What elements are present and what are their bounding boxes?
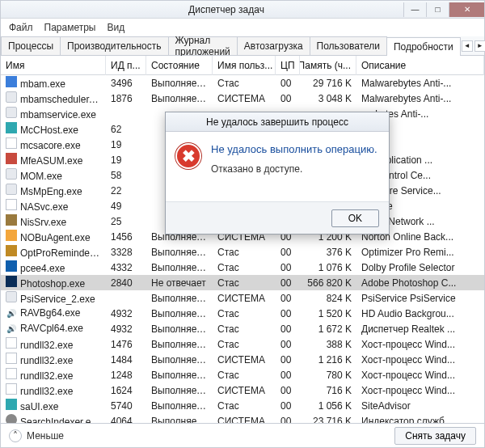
process-icon <box>6 414 17 423</box>
tab-processes[interactable]: Процессы <box>1 36 61 55</box>
process-name: NASvc.exe <box>20 201 68 213</box>
cell-user: Стас <box>213 262 276 273</box>
menu-file[interactable]: Файл <box>9 22 33 33</box>
cell-state: Выполняется <box>146 78 213 89</box>
error-dialog[interactable]: Не удалось завершить процесс ✖ Не удалос… <box>165 112 390 235</box>
cell-cpu: 00 <box>276 93 300 104</box>
cell-desc: Adobe Photoshop C... <box>356 277 484 289</box>
process-icon <box>6 291 17 302</box>
table-row[interactable]: OptProReminder.exe3328ВыполняетсяСтас003… <box>1 244 484 260</box>
table-row[interactable]: 🔊RAVBg64.exe4932ВыполняетсяСтас001 520 K… <box>1 306 484 321</box>
error-icon: ✖ <box>175 143 201 169</box>
cell-pid: 1476 <box>106 339 146 350</box>
cell-mem: 376 K <box>300 247 356 258</box>
cell-user: СИСТЕМА <box>213 416 276 424</box>
cell-mem: 780 K <box>300 370 356 381</box>
dialog-title[interactable]: Не удалось завершить процесс <box>166 112 389 132</box>
menu-options[interactable]: Параметры <box>44 22 96 33</box>
cell-mem: 824 K <box>300 293 356 304</box>
cell-mem: 23 716 K <box>300 416 356 424</box>
fewer-label: Меньше <box>27 430 64 442</box>
cell-desc: Dolby Profile Selector <box>356 262 484 273</box>
cell-cpu: 00 <box>276 78 300 89</box>
dialog-ok-button[interactable]: OK <box>331 209 379 227</box>
tab-scroll-right-icon[interactable]: ► <box>474 40 485 52</box>
cell-pid: 3496 <box>106 78 146 89</box>
cell-cpu: 00 <box>276 385 300 396</box>
table-row[interactable]: SearchIndexer.exe4064ВыполняетсяСИСТЕМА0… <box>1 413 484 423</box>
col-desc[interactable]: Описание <box>356 56 484 75</box>
cell-pid: 4932 <box>106 308 146 319</box>
tab-startup[interactable]: Автозагрузка <box>237 36 310 55</box>
chevron-up-icon: ˄ <box>9 429 22 442</box>
cell-state: Выполняется <box>146 93 213 104</box>
dialog-subtext: Отказано в доступе. <box>211 163 377 175</box>
end-task-button[interactable]: Снять задачу <box>394 427 476 445</box>
table-row[interactable]: rundll32.exe1624ВыполняетсяСИСТЕМА00716 … <box>1 382 484 398</box>
col-cpu[interactable]: ЦП <box>276 56 300 75</box>
cell-cpu: 00 <box>276 262 300 273</box>
cell-mem: 3 048 K <box>300 93 356 104</box>
cell-user: СИСТЕМА <box>213 93 276 104</box>
cell-desc: Индексатор служб... <box>356 416 484 424</box>
cell-desc: SiteAdvisor <box>356 400 484 412</box>
table-row[interactable]: Photoshop.exe2840Не отвечаетСтас00566 82… <box>1 275 484 290</box>
titlebar[interactable]: Диспетчер задач — □ ✕ <box>1 1 484 19</box>
process-icon <box>6 353 17 364</box>
process-name: rundll32.exe <box>20 355 73 366</box>
process-icon: 🔊 <box>6 308 17 319</box>
process-name: rundll32.exe <box>20 386 73 397</box>
cell-desc: Хост-процесс Wind... <box>356 385 484 396</box>
cell-state: Выполняется <box>146 308 213 319</box>
table-row[interactable]: 🔊RAVCpl64.exe4932ВыполняетсяСтас001 672 … <box>1 321 484 336</box>
cell-pid: 4332 <box>106 262 146 273</box>
process-icon <box>6 245 17 256</box>
table-row[interactable]: rundll32.exe1476ВыполняетсяСтас00388 KХо… <box>1 336 484 352</box>
process-name: MsMpEng.exe <box>20 186 82 197</box>
maximize-button[interactable]: □ <box>426 2 449 17</box>
tab-performance[interactable]: Производительность <box>60 36 168 55</box>
table-row[interactable]: mbam.exe3496ВыполняетсяСтас0029 716 KMal… <box>1 75 484 91</box>
table-row[interactable]: pcee4.exe4332ВыполняетсяСтас001 076 KDol… <box>1 260 484 275</box>
process-name: saUI.exe <box>20 401 58 412</box>
process-icon <box>6 260 17 272</box>
cell-state: Выполняется <box>146 416 213 424</box>
col-state[interactable]: Состояние <box>146 56 213 75</box>
table-row[interactable]: PsiService_2.exeВыполняетсяСИСТЕМА00824 … <box>1 290 484 306</box>
col-mem[interactable]: Память (ч... <box>300 56 356 75</box>
tab-history[interactable]: Журнал приложений <box>168 36 238 55</box>
process-icon <box>6 107 17 118</box>
cell-desc: Диспетчер Realtek ... <box>356 323 484 335</box>
tab-users[interactable]: Пользователи <box>310 36 387 55</box>
cell-user: Стас <box>213 370 276 381</box>
menu-view[interactable]: Вид <box>107 22 124 33</box>
col-pid[interactable]: ИД п... <box>106 56 146 75</box>
fewer-details-button[interactable]: ˄ Меньше <box>9 429 64 442</box>
process-name: McCHost.exe <box>20 125 78 136</box>
statusbar: ˄ Меньше Снять задачу <box>1 423 484 447</box>
process-name: rundll32.exe <box>20 370 73 382</box>
table-row[interactable]: saUI.exe5740ВыполняетсяСтас001 056 KSite… <box>1 398 484 413</box>
table-row[interactable]: rundll32.exe1484ВыполняетсяСИСТЕМА001 21… <box>1 352 484 367</box>
cell-pid: 1484 <box>106 354 146 366</box>
cell-cpu: 00 <box>276 293 300 304</box>
cell-desc: Malwarebytes Anti-... <box>356 93 484 104</box>
cell-desc: Хост-процесс Wind... <box>356 354 484 366</box>
col-user[interactable]: Имя польз... <box>213 56 276 75</box>
tab-details[interactable]: Подробности <box>386 37 461 56</box>
table-row[interactable]: rundll32.exe1248ВыполняетсяСтас00780 KХо… <box>1 367 484 382</box>
cell-mem: 566 820 K <box>300 277 356 289</box>
table-row[interactable]: mbamscheduler.exe1876ВыполняетсяСИСТЕМА0… <box>1 91 484 106</box>
tab-scroll-left-icon[interactable]: ◄ <box>462 40 473 52</box>
cell-desc: Optimizer Pro Remi... <box>356 247 484 258</box>
cell-mem: 1 520 K <box>300 308 356 319</box>
cell-state: Выполняется <box>146 247 213 258</box>
process-name: pcee4.exe <box>20 263 65 274</box>
tab-scroll: ◄ ► <box>460 36 485 55</box>
cell-pid: 1248 <box>106 370 146 381</box>
minimize-button[interactable]: — <box>403 2 426 17</box>
column-headers: Имя ИД п... Состояние Имя польз... ЦП Па… <box>1 56 484 75</box>
col-name[interactable]: Имя <box>1 56 106 75</box>
close-button[interactable]: ✕ <box>449 2 484 17</box>
cell-pid: 5740 <box>106 400 146 412</box>
